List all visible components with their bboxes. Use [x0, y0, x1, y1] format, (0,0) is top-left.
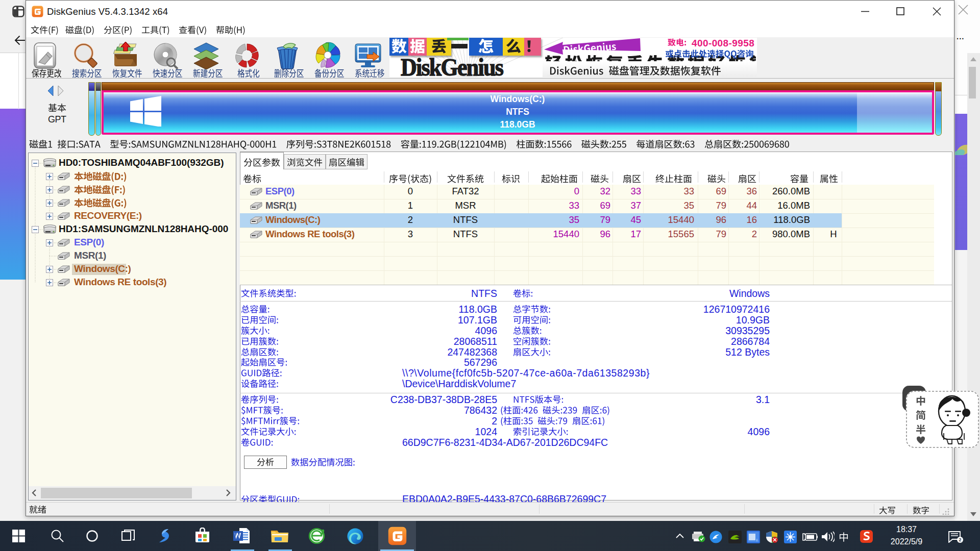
svg-text:2: 2: [959, 537, 962, 542]
